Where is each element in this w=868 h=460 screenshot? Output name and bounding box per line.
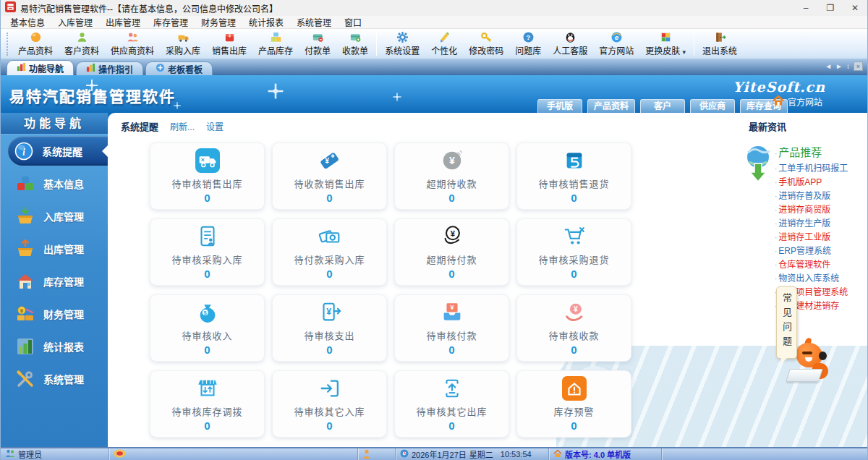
banner-button-0[interactable]: 手机版: [537, 99, 582, 113]
window-controls: – ❐ ✕: [793, 0, 867, 16]
payment-icon: [312, 31, 324, 43]
sidebar-item-7[interactable]: 系统管理: [1, 362, 108, 395]
banner-button-2[interactable]: 客户: [640, 99, 685, 113]
toolbar-personalize-button[interactable]: 个性化: [425, 30, 463, 58]
menu-item-5[interactable]: 统计报表: [242, 15, 290, 29]
news-link-4[interactable]: ·进销存生产版: [775, 217, 867, 231]
menu-item-6[interactable]: 系统管理: [290, 15, 338, 29]
toolbar-password-button[interactable]: 修改密码: [463, 30, 509, 58]
news-link-6[interactable]: ·ERP管理系统: [775, 244, 867, 258]
expense-icon: ¥: [318, 300, 342, 327]
toolbar-purchase-in-button[interactable]: 采购入库: [160, 30, 206, 58]
toolbar-exit-button[interactable]: 退出系统: [697, 30, 743, 58]
statusbar-version: 版本号: 4.0 单机版: [565, 448, 631, 460]
card-warning[interactable]: 库存预警0: [516, 370, 631, 438]
personalize-icon: [438, 31, 451, 43]
sidebar-item-6[interactable]: 统计报表: [1, 330, 108, 362]
tabstrip-close-icon[interactable]: ×: [854, 61, 863, 71]
tab-2[interactable]: 老板看板: [145, 61, 213, 75]
news-link-0[interactable]: ·工单手机扫码报工: [775, 162, 867, 176]
toolbar-product-button[interactable]: 产品资料: [12, 30, 59, 58]
card-tag[interactable]: ¥待收款销售出库0: [272, 142, 387, 210]
menu-item-1[interactable]: 入库管理: [51, 15, 99, 29]
pay-overdue-icon: ¥: [440, 224, 464, 251]
card-return-box[interactable]: 待审核销售退货0: [516, 142, 631, 210]
news-link-7[interactable]: ·仓库管理软件: [775, 258, 867, 272]
toolbar-skin-button[interactable]: 更换皮肤 ▾: [639, 30, 692, 58]
menu-item-7[interactable]: 窗口: [338, 15, 368, 29]
banner-button-1[interactable]: 产品资料: [587, 99, 635, 113]
news-header: 最新资讯: [739, 119, 867, 133]
toolbar-website-button[interactable]: e官方网站: [593, 30, 639, 58]
news-featured-link[interactable]: ·产品推荐: [775, 145, 867, 162]
card-inbox-pay[interactable]: ¥待审核付款0: [394, 294, 509, 362]
card-value: 0: [571, 344, 576, 356]
version-house-icon: [553, 449, 562, 459]
card-hand-coin[interactable]: ¥待审核收款0: [516, 294, 631, 362]
tabstrip-control-0[interactable]: ◄: [825, 62, 832, 70]
toolbar-product-stock-button[interactable]: 产品库存: [252, 30, 299, 58]
card-coin-gray[interactable]: ¥超期待收款0: [394, 142, 509, 210]
yitesoft-logo: YiteSoft.cn: [733, 79, 825, 95]
close-button[interactable]: ✕: [843, 0, 867, 16]
toolbar-settings-button[interactable]: 系统设置: [379, 30, 425, 58]
card-cart-x[interactable]: 待审核采购退货0: [516, 218, 631, 286]
sidebar-item-2[interactable]: 入库管理: [1, 200, 108, 232]
card-doc-person[interactable]: 待审核采购入库0: [150, 218, 265, 286]
restore-button[interactable]: ❐: [818, 0, 843, 16]
reminder-title: 系统提醒: [121, 119, 158, 133]
tab-0[interactable]: 功能导航: [7, 60, 74, 75]
faq-badge[interactable]: 常见问题: [776, 286, 797, 359]
news-link-5[interactable]: ·进销存工业版: [775, 231, 867, 244]
chevron-down-icon: ▾: [683, 48, 686, 56]
toolbar-service-button[interactable]: 人工客服: [547, 30, 593, 58]
settings-link[interactable]: 设置: [206, 120, 224, 132]
card-cash-hand[interactable]: 待付款采购入库0: [272, 218, 387, 286]
news-link-2[interactable]: ·进销存普及版: [775, 189, 867, 203]
refresh-link[interactable]: 刷新...: [170, 120, 195, 132]
tabstrip-control-1[interactable]: ►: [835, 62, 843, 70]
sidebar-item-1[interactable]: 基本信息: [1, 167, 108, 200]
news-link-1[interactable]: ·手机版APP: [775, 176, 867, 189]
menu-item-2[interactable]: 出库管理: [99, 15, 147, 29]
card-transfer[interactable]: 待审核库存调拨0: [150, 370, 265, 438]
toolbar-payment-button[interactable]: 付款单: [299, 30, 336, 58]
sidebar-item-5[interactable]: ¥财务管理: [1, 297, 108, 330]
sidebar-item-4[interactable]: 库存管理: [1, 265, 108, 297]
sidebar-item-0[interactable]: i系统提醒: [8, 136, 108, 166]
sidebar-item-3[interactable]: 出库管理: [1, 232, 108, 265]
menu-item-0[interactable]: 基本信息: [4, 15, 51, 29]
other-in-icon: [318, 376, 342, 403]
card-moneybag[interactable]: $待审核收入0: [150, 294, 265, 362]
svg-text:i: i: [22, 147, 25, 158]
menu-item-4[interactable]: 财务管理: [195, 15, 242, 29]
banner-button-3[interactable]: 供应商: [690, 99, 735, 113]
card-label: 待审核付款: [426, 328, 477, 342]
statusbar-vip-section: [109, 448, 358, 460]
toolbar-receipt-button[interactable]: 收款单: [336, 30, 374, 58]
svg-text:¥: ¥: [449, 155, 455, 166]
card-value: 0: [571, 419, 576, 432]
tab-1[interactable]: 操作指引: [76, 61, 143, 75]
supplier-icon: [127, 31, 139, 43]
tabstrip-control-2[interactable]: ↕: [846, 62, 850, 70]
card-other-in[interactable]: 待审核其它入库0: [272, 370, 387, 438]
basket-in-icon: [15, 206, 35, 226]
moneybag-icon: $: [195, 300, 220, 327]
toolbar-supplier-button[interactable]: 供应商资料: [105, 30, 160, 58]
sparkle-icon: [268, 84, 284, 99]
card-truck[interactable]: 待审核销售出库0: [150, 142, 265, 210]
minimize-button[interactable]: –: [793, 0, 818, 16]
card-other-out[interactable]: 待审核其它出库0: [394, 370, 509, 438]
card-expense[interactable]: ¥待审核支出0: [272, 294, 387, 362]
statusbar-empty-section: [662, 448, 867, 460]
toolbar-sales-out-button[interactable]: 销售出库: [206, 30, 252, 58]
toolbar-question-button[interactable]: ?问题库: [509, 30, 547, 58]
news-link-3[interactable]: ·进销存商贸版: [775, 203, 867, 217]
menu-item-3[interactable]: 库存管理: [147, 15, 195, 29]
toolbar-customer-button[interactable]: 客户资料: [59, 30, 105, 58]
news-link-8[interactable]: ·物资出入库系统: [775, 272, 867, 286]
card-value: 0: [204, 268, 210, 280]
card-pay-overdue[interactable]: ¥超期待付款0: [394, 218, 509, 286]
official-site-link[interactable]: 官方网站: [773, 95, 822, 108]
